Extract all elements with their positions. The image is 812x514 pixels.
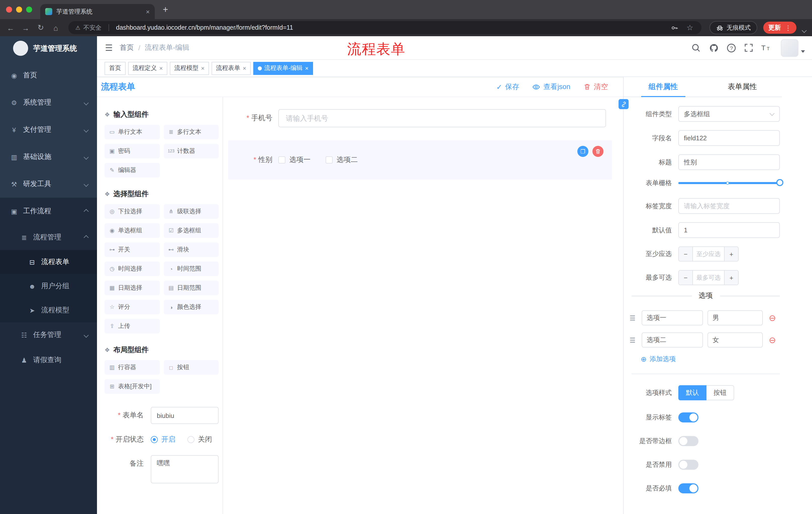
sidebar-item-home[interactable]: ◉ 首页 — [0, 62, 97, 89]
sidebar-item-payment[interactable]: ¥ 支付管理 — [0, 116, 97, 143]
form-remark-textarea[interactable]: 嘿嘿 — [151, 455, 219, 483]
option-2-value-input[interactable] — [707, 332, 763, 348]
browser-tab[interactable]: 芋道管理系统 × — [40, 4, 155, 19]
sidebar-item-process-management[interactable]: ≣ 流程管理 — [0, 225, 97, 250]
palette-item-button[interactable]: □按钮 — [164, 360, 219, 375]
sidebar-item-user-group[interactable]: ☻ 用户分组 — [0, 274, 97, 298]
remove-option-icon[interactable]: ⊖ — [769, 314, 776, 322]
font-size-icon[interactable]: TT — [761, 43, 771, 53]
close-icon[interactable]: × — [159, 64, 163, 72]
form-name-input[interactable] — [151, 407, 219, 424]
url-bar[interactable]: ⚠ 不安全 dashboard.yudao.iocoder.cn/bpm/man… — [68, 21, 701, 34]
sidebar-item-process-form[interactable]: ⊟ 流程表单 — [0, 250, 97, 274]
tab-component-props[interactable]: 组件属性 — [624, 77, 703, 97]
sidebar-item-infrastructure[interactable]: ▥ 基础设施 — [0, 143, 97, 170]
show-label-switch[interactable] — [678, 412, 698, 423]
search-icon[interactable] — [691, 43, 701, 53]
close-icon[interactable]: × — [201, 64, 204, 72]
home-icon[interactable]: ⌂ — [51, 23, 60, 32]
palette-item-slider[interactable]: ⊷滑块 — [164, 242, 219, 257]
tab-close-icon[interactable]: × — [146, 8, 150, 15]
required-switch[interactable] — [678, 483, 698, 493]
delete-component-button[interactable] — [592, 146, 604, 157]
minimize-window-button[interactable] — [16, 6, 22, 12]
hamburger-icon[interactable]: ☰ — [105, 43, 113, 53]
browser-menu-icon[interactable]: ⋮ — [785, 24, 791, 31]
app-logo[interactable]: 芋道管理系统 — [0, 36, 97, 60]
clear-button[interactable]: 清空 — [583, 82, 608, 91]
default-value-input[interactable] — [678, 222, 780, 238]
reload-icon[interactable]: ↻ — [36, 23, 45, 32]
close-icon[interactable]: × — [305, 64, 309, 72]
gender-option-1-checkbox[interactable]: 选项一 — [279, 155, 311, 164]
close-icon[interactable]: × — [243, 64, 246, 72]
field-name-input[interactable] — [678, 130, 780, 146]
palette-item-upload[interactable]: ⇪上传 — [105, 319, 160, 333]
option-2-name-input[interactable] — [642, 332, 703, 348]
decrease-button[interactable]: − — [679, 247, 693, 261]
palette-item-date-picker[interactable]: ▦日期选择 — [105, 281, 160, 295]
new-tab-button[interactable]: + — [163, 4, 168, 15]
gender-option-2-checkbox[interactable]: 选项二 — [326, 155, 358, 164]
breadcrumb-home[interactable]: 首页 — [120, 43, 134, 52]
palette-item-switch[interactable]: ⊶开关 — [105, 242, 160, 257]
option-1-value-input[interactable] — [707, 310, 763, 325]
tag-process-definition[interactable]: 流程定义 × — [128, 62, 167, 75]
palette-item-select[interactable]: ◎下拉选择 — [105, 204, 160, 219]
component-type-select[interactable]: 多选框组 — [678, 106, 780, 122]
add-option-button[interactable]: ⊕ 添加选项 — [641, 355, 780, 363]
key-icon[interactable] — [671, 24, 678, 31]
remove-option-icon[interactable]: ⊖ — [769, 336, 776, 344]
max-select-input[interactable] — [693, 271, 724, 285]
style-default-button[interactable]: 默认 — [678, 385, 706, 400]
palette-item-radio-group[interactable]: ◉单选框组 — [105, 223, 160, 238]
user-avatar-menu[interactable] — [781, 39, 805, 57]
save-button[interactable]: ✓ 保存 — [496, 82, 519, 91]
tag-process-model[interactable]: 流程模型 × — [170, 62, 209, 75]
option-1-name-input[interactable] — [642, 310, 703, 325]
status-on-radio[interactable]: 开启 — [151, 435, 175, 444]
palette-item-checkbox-group[interactable]: ☑多选框组 — [164, 223, 219, 238]
sidebar-item-process-model[interactable]: ➤ 流程模型 — [0, 298, 97, 322]
increase-button[interactable]: + — [724, 271, 738, 285]
sidebar-item-system[interactable]: ⚙ 系统管理 — [0, 89, 97, 116]
label-width-input[interactable] — [678, 198, 780, 214]
style-button-button[interactable]: 按钮 — [706, 385, 734, 400]
view-json-button[interactable]: 查看json — [532, 82, 570, 91]
zoom-window-button[interactable] — [26, 6, 32, 12]
link-icon[interactable] — [618, 99, 629, 109]
sidebar-item-leave-query[interactable]: ♟ 请假查询 — [0, 348, 97, 373]
title-input[interactable] — [678, 154, 780, 170]
decrease-button[interactable]: − — [679, 271, 693, 285]
forward-icon[interactable]: → — [21, 23, 30, 32]
tag-process-form[interactable]: 流程表单 × — [211, 62, 251, 75]
fullscreen-icon[interactable] — [744, 43, 754, 53]
tab-form-props[interactable]: 表单属性 — [703, 77, 782, 97]
tag-home[interactable]: 首页 — [105, 62, 126, 75]
palette-item-counter[interactable]: 123计数器 — [164, 144, 219, 158]
slider-handle[interactable] — [776, 179, 783, 186]
increase-button[interactable]: + — [724, 247, 738, 261]
palette-item-date-range[interactable]: ▤日期范围 — [164, 281, 219, 295]
palette-item-password[interactable]: ▣密码 — [105, 144, 160, 158]
palette-item-time-range[interactable]: ◔时间范围 — [164, 262, 219, 276]
disabled-switch[interactable] — [678, 460, 698, 470]
palette-item-time-picker[interactable]: ◷时间选择 — [105, 262, 160, 276]
github-icon[interactable] — [708, 43, 719, 53]
copy-component-button[interactable]: ❐ — [577, 146, 588, 157]
palette-item-row-container[interactable]: ▥行容器 — [105, 360, 160, 375]
field-phone[interactable]: 手机号 — [228, 109, 606, 127]
with-border-switch[interactable] — [678, 436, 698, 446]
toolbar-caret-icon[interactable] — [802, 28, 807, 33]
sidebar-item-dev-tools[interactable]: ⚒ 研发工具 — [0, 170, 97, 198]
palette-item-rate[interactable]: ☆评分 — [105, 300, 160, 314]
palette-item-multi-text[interactable]: ≣多行文本 — [164, 125, 219, 139]
palette-item-color-picker[interactable]: ◑颜色选择 — [164, 300, 219, 314]
palette-item-single-text[interactable]: ▭单行文本 — [105, 125, 160, 139]
field-gender-selected[interactable]: ❐ 性别 — [228, 140, 612, 180]
sidebar-item-task-management[interactable]: ☷ 任务管理 — [0, 322, 97, 348]
tag-process-form-edit[interactable]: 流程表单-编辑 × — [253, 62, 313, 75]
close-window-button[interactable] — [6, 6, 12, 12]
status-off-radio[interactable]: 关闭 — [187, 435, 212, 444]
bookmark-star-icon[interactable]: ☆ — [685, 23, 694, 32]
